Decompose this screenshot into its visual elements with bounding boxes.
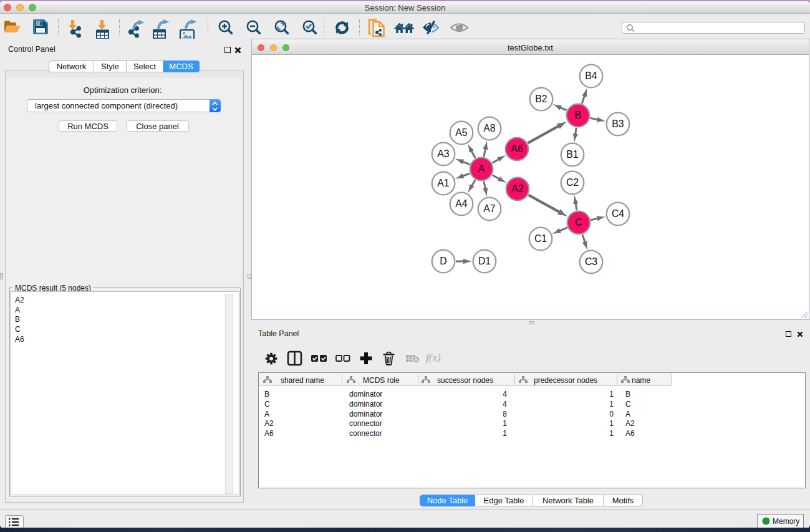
svg-text:C4: C4 (612, 208, 624, 219)
svg-text:A1: A1 (437, 178, 450, 188)
svg-text:B4: B4 (585, 70, 597, 81)
svg-text:A: A (478, 163, 485, 174)
svg-text:B3: B3 (612, 118, 624, 129)
svg-text:A3: A3 (437, 148, 450, 159)
svg-text:D: D (440, 256, 446, 266)
svg-text:A4: A4 (455, 198, 468, 209)
svg-text:C1: C1 (534, 233, 547, 244)
svg-text:A7: A7 (483, 203, 495, 214)
svg-text:B2: B2 (535, 94, 547, 104)
svg-text:C: C (575, 216, 582, 228)
svg-text:A2: A2 (511, 183, 524, 194)
svg-text:C2: C2 (566, 177, 579, 188)
svg-text:A5: A5 (455, 127, 468, 138)
svg-text:D1: D1 (478, 256, 491, 266)
svg-text:B: B (575, 109, 582, 120)
svg-text:A6: A6 (511, 143, 523, 154)
svg-text:C3: C3 (585, 256, 597, 267)
svg-text:B1: B1 (566, 149, 579, 160)
svg-text:A8: A8 (483, 123, 496, 133)
